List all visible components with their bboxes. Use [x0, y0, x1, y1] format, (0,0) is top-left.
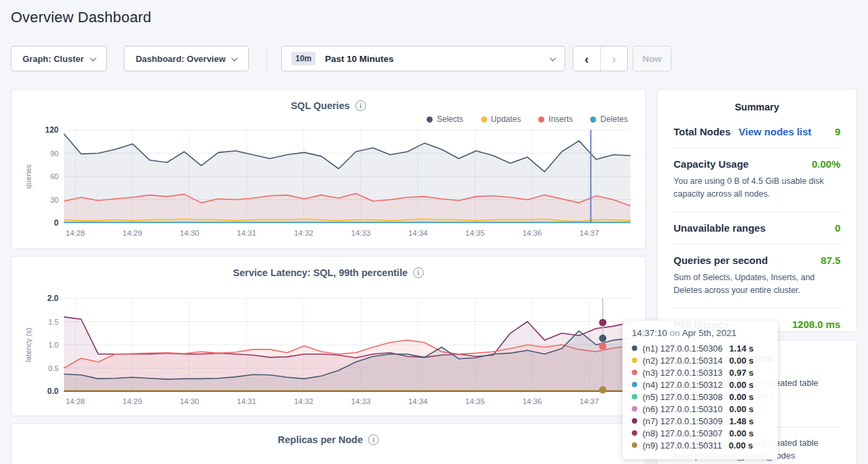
chart-title-text: Replicas per Node [278, 434, 363, 445]
range-label: Past 10 Minutes [325, 54, 541, 64]
chart-legend: Selects Updates Inserts Deletes [11, 111, 645, 125]
svg-text:14:36: 14:36 [522, 397, 542, 405]
svg-text:1.5: 1.5 [48, 318, 59, 326]
unavailable-ranges-value: 0 [835, 222, 840, 234]
tooltip-row: (n2) 127.0.0.1:503140.00 s [632, 354, 768, 366]
chart-title-text: Service Latency: SQL, 99th percentile [233, 267, 408, 278]
legend-item-selects[interactable]: Selects [427, 114, 463, 125]
legend-item-inserts[interactable]: Inserts [538, 114, 573, 125]
time-range-dropdown[interactable]: 10m Past 10 Minutes [281, 46, 565, 71]
node-label: (n2) 127.0.0.1:50314 [643, 356, 723, 366]
dashboard-selector-label: Dashboard: Overview [136, 54, 226, 64]
graph-selector-dropdown[interactable]: Graph: Cluster [11, 46, 107, 71]
series-dot-icon [632, 382, 637, 387]
chart-hover-tooltip: 14:37:10 on Apr 5th, 2021 (n1) 127.0.0.1… [622, 321, 778, 459]
svg-text:queries: queries [24, 164, 32, 189]
svg-text:14:35: 14:35 [466, 397, 485, 405]
toolbar-divider [266, 46, 267, 71]
series-dot-icon [632, 406, 637, 411]
page-title: Overview Dashboard [11, 9, 151, 26]
prev-range-button[interactable]: ‹ [573, 46, 600, 71]
node-value: 1.48 s [729, 416, 754, 426]
svg-text:14:33: 14:33 [351, 397, 371, 405]
legend-item-updates[interactable]: Updates [481, 114, 521, 125]
series-dot-icon [632, 394, 637, 399]
svg-text:14:33: 14:33 [351, 229, 371, 237]
p99-latency-value: 1208.0 ms [792, 319, 840, 330]
series-dot-icon [632, 358, 637, 363]
node-label: (n8) 127.0.0.1:50307 [643, 428, 723, 438]
tooltip-timestamp: 14:37:10 on Apr 5th, 2021 [632, 328, 768, 338]
node-label: (n7) 127.0.0.1:50309 [643, 416, 723, 426]
node-label: (n4) 127.0.0.1:50312 [643, 380, 723, 390]
summary-row-total-nodes: Total Nodes View nodes list 9 [674, 126, 840, 137]
tooltip-time: 14:37:10 [632, 328, 667, 338]
node-value: 1.14 s [729, 343, 754, 354]
svg-text:0: 0 [54, 218, 59, 228]
svg-text:14:31: 14:31 [237, 397, 256, 405]
graph-selector-label: Graph: Cluster [22, 54, 83, 64]
svg-text:14:30: 14:30 [180, 397, 199, 405]
svg-text:14:36: 14:36 [522, 229, 542, 237]
svg-text:14:34: 14:34 [408, 229, 428, 237]
node-label: (n9) 127.0.0.1:50311 [643, 440, 722, 451]
next-range-button[interactable]: › [600, 46, 627, 71]
chart-title-replicas: Replicas per Node [11, 424, 645, 445]
service-latency-chart[interactable]: 14:2814:2914:3014:3114:3214:3314:3414:35… [22, 294, 636, 409]
chart-title-sql-queries: SQL Queries [11, 90, 645, 111]
legend-label: Selects [437, 114, 463, 124]
svg-text:1.0: 1.0 [48, 341, 59, 349]
node-label: (n5) 127.0.0.1:50308 [643, 392, 723, 402]
legend-label: Updates [491, 114, 521, 124]
summary-title: Summary [674, 102, 840, 112]
total-nodes-label: Total Nodes [674, 126, 731, 137]
sql-queries-card: SQL Queries Selects Updates Inserts Dele… [11, 89, 646, 249]
tooltip-row: (n3) 127.0.0.1:503130.97 s [632, 366, 768, 378]
info-icon[interactable] [413, 267, 424, 278]
svg-text:0.0: 0.0 [47, 387, 59, 396]
svg-text:14:32: 14:32 [294, 397, 314, 405]
series-dot-icon [632, 418, 637, 424]
total-nodes-value: 9 [835, 126, 840, 137]
svg-text:2.0: 2.0 [47, 294, 59, 303]
inserts-dot-icon [538, 117, 544, 123]
series-dot-icon [632, 345, 637, 351]
qps-desc: Sum of Selects, Updates, Inserts, and De… [674, 271, 840, 298]
divider [674, 308, 840, 308]
summary-row-capacity: Capacity Usage 0.00% You are using 0 B o… [674, 158, 840, 201]
range-step-group: ‹ › [573, 46, 628, 71]
svg-text:90: 90 [50, 150, 59, 158]
svg-text:60: 60 [50, 172, 59, 180]
updates-dot-icon [481, 117, 487, 123]
summary-row-qps: Queries per second 87.5 Sum of Selects, … [674, 255, 840, 298]
now-button[interactable]: Now [632, 46, 672, 71]
view-nodes-list-link[interactable]: View nodes list [739, 126, 811, 137]
info-icon[interactable] [355, 100, 366, 111]
svg-text:14:28: 14:28 [65, 229, 85, 237]
series-dot-icon [632, 442, 637, 448]
chevron-down-icon [89, 55, 96, 61]
divider [674, 211, 840, 212]
summary-row-unavailable-ranges: Unavailable ranges 0 [674, 222, 840, 234]
info-icon[interactable] [368, 434, 379, 445]
dashboard-selector-dropdown[interactable]: Dashboard: Overview [124, 46, 249, 71]
svg-text:14:31: 14:31 [237, 229, 256, 237]
series-dot-icon [632, 430, 637, 436]
legend-item-deletes[interactable]: Deletes [590, 114, 628, 125]
capacity-usage-desc: You are using 0 B of 4.5 GiB usable disk… [674, 175, 840, 201]
selects-dot-icon [427, 117, 433, 123]
chart-title-text: SQL Queries [291, 100, 350, 111]
tooltip-row: (n7) 127.0.0.1:503091.48 s [632, 415, 768, 427]
divider [674, 147, 840, 148]
capacity-usage-label: Capacity Usage [674, 158, 749, 170]
service-latency-card: Service Latency: SQL, 99th percentile 14… [11, 256, 646, 416]
chart-title-service-latency: Service Latency: SQL, 99th percentile [11, 257, 645, 278]
svg-text:14:30: 14:30 [180, 229, 199, 237]
svg-text:0.5: 0.5 [48, 364, 59, 372]
svg-text:latency (s): latency (s) [24, 328, 32, 362]
svg-text:14:37: 14:37 [579, 397, 599, 405]
replicas-per-node-card: Replicas per Node [11, 423, 646, 464]
series-dot-icon [632, 370, 637, 375]
sql-queries-chart[interactable]: 14:2814:2914:3014:3114:3214:3314:3414:35… [22, 126, 636, 240]
svg-text:14:29: 14:29 [122, 397, 142, 405]
